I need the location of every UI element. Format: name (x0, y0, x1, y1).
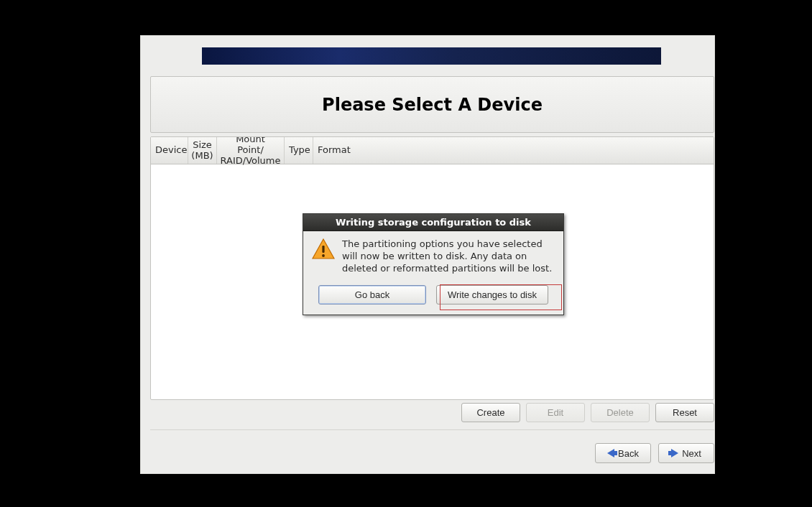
delete-button: Delete (591, 403, 650, 422)
arrow-right-icon (671, 449, 678, 457)
col-device[interactable]: Device (151, 137, 188, 164)
col-size-label1: Size (193, 140, 212, 151)
col-format-label: Format (318, 145, 351, 156)
col-mount-label2: RAID/Volume (221, 156, 281, 167)
col-mount-label1: Mount Point/ (221, 136, 280, 156)
reset-button[interactable]: Reset (655, 403, 714, 422)
brand-banner (202, 47, 661, 65)
page-title: Please Select A Device (322, 95, 543, 115)
svg-rect-0 (322, 246, 324, 253)
dialog-message: The partitioning options you have select… (342, 238, 555, 275)
dialog-title: Writing storage configuration to disk (303, 214, 563, 231)
dialog-content: The partitioning options you have select… (312, 238, 555, 275)
dialog-body: The partitioning options you have select… (303, 231, 563, 315)
wizard-nav: Back Next (150, 443, 714, 465)
edit-button: Edit (526, 403, 585, 422)
arrow-left-icon (607, 449, 614, 457)
table-header-row: Device Size (MB) Mount Point/ RAID/Volum… (151, 137, 714, 164)
create-button[interactable]: Create (461, 403, 520, 422)
next-button[interactable]: Next (658, 443, 714, 463)
partition-actions: Create Edit Delete Reset (150, 403, 714, 424)
col-type-label: Type (289, 145, 310, 156)
back-button[interactable]: Back (595, 443, 651, 463)
title-bar: Please Select A Device (150, 76, 714, 133)
write-changes-button[interactable]: Write changes to disk (436, 285, 548, 304)
back-button-label: Back (618, 448, 639, 459)
divider (150, 429, 714, 430)
col-mount[interactable]: Mount Point/ RAID/Volume (217, 137, 285, 164)
col-size-label2: (MB) (191, 151, 213, 162)
next-button-label: Next (682, 448, 701, 459)
col-size[interactable]: Size (MB) (188, 137, 217, 164)
col-type[interactable]: Type (285, 137, 313, 164)
write-confirm-dialog: Writing storage configuration to disk Th… (303, 213, 564, 315)
go-back-button[interactable]: Go back (318, 285, 426, 304)
svg-point-1 (322, 254, 325, 257)
col-device-label: Device (155, 145, 187, 156)
dialog-buttons: Go back Write changes to disk (312, 285, 555, 304)
warning-icon (312, 238, 335, 260)
col-format[interactable]: Format (313, 137, 351, 164)
